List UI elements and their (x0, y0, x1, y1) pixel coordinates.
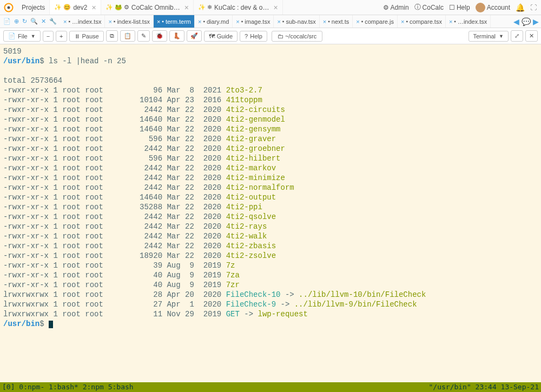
file-tab[interactable]: ×▪…index.tsx (60, 15, 105, 28)
file-tab[interactable]: ×▪compare.js (353, 15, 398, 28)
project-tab-label: CoCalc Omnib… (131, 4, 180, 11)
close-icon[interactable]: × (356, 18, 359, 25)
history-icon[interactable]: ↻ (22, 18, 27, 25)
file-tab[interactable]: ×▪diary.md (195, 15, 233, 28)
close-panel-button[interactable]: ✕ (525, 30, 538, 42)
tmux-status-bar: [0] 0:npm- 1:bash* 2:npm 5:bash "/usr/bi… (0, 382, 541, 392)
file-tab[interactable]: ×▪…index.tsx (446, 15, 491, 28)
project-tab-label: dev2 (73, 4, 87, 11)
file-type-icon: ▪ (361, 18, 364, 24)
search-icon[interactable]: 🔍 (30, 18, 38, 25)
terminal-cursor (49, 321, 53, 328)
file-tab[interactable]: ×▪compare.tsx (398, 15, 446, 28)
pause-button[interactable]: ⏸Pause (69, 31, 104, 42)
project-tab-label: KuCalc : dev & o… (214, 4, 269, 11)
admin-link[interactable]: ⚙Admin (383, 4, 409, 11)
project-icon: ✨ 😊 (54, 4, 71, 11)
close-icon[interactable]: × (63, 18, 67, 25)
file-tab-label: compare.tsx (410, 18, 442, 25)
admin-icon: ⚙ (383, 4, 389, 11)
guide-button[interactable]: 🗺Guide (204, 31, 237, 42)
help-link[interactable]: ☐Help (449, 4, 470, 11)
terminal-toolbar: 📄File▼ − + ⏸Pause ⧉ 📋 ✎ 🐞 👢 🚀 🗺Guide ?He… (0, 28, 541, 44)
project-icon: ✨ 🐸 ⚙ (105, 4, 129, 11)
file-tab-label: sub-nav.tsx (286, 18, 315, 25)
expand-icon: ⤢ (514, 32, 519, 39)
close-icon[interactable]: × (198, 18, 201, 25)
nav-left-icon[interactable]: ◀ (513, 17, 519, 26)
font-increase-button[interactable]: + (56, 31, 67, 42)
new-file-icon[interactable]: 📄 (3, 18, 11, 25)
close-icon[interactable]: × (277, 18, 280, 25)
fullscreen-icon[interactable]: ⛶ (530, 4, 537, 11)
file-tab-label: …index.tsx (72, 18, 101, 25)
edit-button[interactable]: ✎ (137, 30, 150, 42)
close-icon: ✕ (529, 32, 534, 39)
project-tab[interactable]: ✨ 🐸 ⚙CoCalc Omnib…× (101, 0, 194, 15)
tmux-right: "/usr/bin" 23:44 13-Sep-21 (429, 382, 539, 392)
rocket-icon: 🚀 (190, 32, 198, 39)
file-tab-label: image.tsx (245, 18, 270, 25)
boot-icon: 👢 (173, 32, 181, 39)
expand-button[interactable]: ⤢ (511, 30, 523, 42)
projects-button[interactable]: Projects (17, 0, 50, 15)
folder-icon: 🗀 (278, 33, 285, 39)
close-icon[interactable]: × (236, 18, 239, 25)
info-icon: ⓘ (414, 3, 421, 12)
file-menu-button[interactable]: 📄File▼ (3, 30, 41, 42)
file-type-icon: ▪ (282, 18, 285, 24)
close-icon[interactable]: × (273, 3, 278, 12)
edit-icon: ✎ (141, 32, 146, 39)
kick-button[interactable]: 👢 (169, 30, 184, 42)
paste-button[interactable]: 📋 (120, 30, 135, 42)
file-type-icon: ▪ (68, 18, 70, 24)
terminal-output[interactable]: 5019 /usr/bin$ ls -l |head -n 25 total 2… (0, 44, 541, 382)
close-icon[interactable]: × (323, 18, 326, 25)
close-icon[interactable]: × (401, 18, 404, 25)
close-icon[interactable]: × (157, 18, 160, 25)
cocalc-link[interactable]: ⓘCoCalc (414, 3, 444, 12)
close-icon[interactable]: × (184, 3, 189, 12)
close-icon[interactable]: × (91, 3, 96, 12)
file-tab[interactable]: ×▪index-list.tsx (105, 15, 154, 28)
account-link[interactable]: Account (476, 3, 510, 12)
settings-icon[interactable]: ✕ (41, 18, 46, 25)
file-type-icon: ▪ (406, 18, 408, 24)
project-tab[interactable]: ✨ 😊dev2× (50, 0, 101, 15)
cocalc-logo[interactable] (2, 1, 15, 14)
help-button[interactable]: ?Help (240, 31, 267, 42)
file-type-icon: ▪ (328, 18, 330, 24)
close-icon[interactable]: × (108, 18, 111, 25)
file-tab-label: …index.tsx (458, 18, 487, 25)
close-icon[interactable]: × (449, 18, 452, 25)
file-icon: 📄 (8, 32, 16, 39)
help-icon: ☐ (449, 4, 455, 11)
question-icon: ? (245, 33, 248, 39)
wrench-icon[interactable]: 🔧 (49, 18, 57, 25)
avatar (476, 3, 485, 12)
bell-icon[interactable]: 🔔 (516, 3, 525, 12)
project-tab[interactable]: ✨ ❄KuCalc : dev & o…× (194, 0, 283, 15)
file-tab[interactable]: ×▪sub-nav.tsx (274, 15, 319, 28)
chat-icon[interactable]: 💬 (522, 17, 531, 26)
file-tabs-bar: 📄 ⊕ ↻ 🔍 ✕ 🔧 ×▪…index.tsx×▪index-list.tsx… (0, 15, 541, 28)
paste-icon: 📋 (124, 32, 131, 39)
rocket-button[interactable]: 🚀 (187, 30, 202, 42)
plus-circle-icon[interactable]: ⊕ (14, 18, 19, 25)
clear-button[interactable]: 🐞 (152, 30, 167, 42)
file-tab[interactable]: ×▪image.tsx (233, 15, 274, 28)
file-type-icon: ▪ (203, 18, 205, 24)
terminal-menu-button[interactable]: Terminal▼ (469, 31, 509, 42)
path-display[interactable]: 🗀 ~/cocalc/src (272, 31, 322, 42)
chevron-down-icon: ▼ (499, 34, 504, 39)
file-type-icon: ▪ (114, 18, 116, 24)
project-icon: ✨ ❄ (198, 4, 212, 11)
tmux-left: [0] 0:npm- 1:bash* 2:npm 5:bash (2, 382, 134, 392)
file-tab[interactable]: ×▪next.ts (320, 15, 353, 28)
font-decrease-button[interactable]: − (43, 31, 54, 42)
project-tabs-bar: Projects ✨ 😊dev2×✨ 🐸 ⚙CoCalc Omnib…×✨ ❄K… (0, 0, 541, 15)
chevron-down-icon: ▼ (31, 34, 36, 39)
file-tab[interactable]: ×▪term.term (154, 15, 195, 28)
nav-right-icon[interactable]: ▶ (533, 17, 539, 26)
copy-button[interactable]: ⧉ (106, 30, 118, 42)
